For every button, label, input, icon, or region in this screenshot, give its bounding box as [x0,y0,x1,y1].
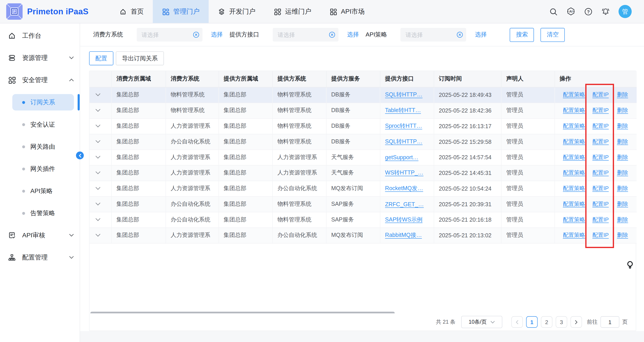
config-policy-link[interactable]: 配置策略 [563,185,586,192]
tab-home[interactable]: 首页 [110,0,153,23]
sidebar-item-security-management[interactable]: 安全管理 [0,69,80,91]
config-policy-link[interactable]: 配置策略 [563,122,586,130]
row-expand-cell[interactable] [90,134,111,150]
config-ip-link[interactable]: 配置IP [592,138,610,146]
delete-link[interactable]: 删除 [617,216,629,224]
config-ip-link[interactable]: 配置IP [592,91,610,99]
config-button[interactable]: 配置 [89,52,113,65]
tab-ops-portal[interactable]: 运维门户 [264,0,320,23]
config-ip-link[interactable]: 配置IP [592,169,610,176]
provider-interface-link[interactable]: getSupport… [385,154,418,160]
table-row[interactable]: 集团总部 物料管理系统 集团总部 物料管理系统 DB服务 SQL转HTTP… 2… [90,87,636,103]
row-expand-cell[interactable] [90,103,111,118]
row-expand-cell[interactable] [90,165,111,181]
table-row[interactable]: 集团总部 人力资源管理系 集团总部 办公自动化系统 MQ发布订阅 RocketM… [90,181,636,196]
table-row[interactable]: 集团总部 办公自动化系统 集团总部 物料管理系统 SAP服务 ZRFC_GET_… [90,196,636,212]
sidebar-item-gateway-route[interactable]: 网关路由 [0,136,80,158]
sidebar-item-security-auth[interactable]: 安全认证 [0,114,80,136]
sidebar-item-gateway-plugin[interactable]: 网关插件 [0,158,80,180]
row-expand-cell[interactable] [90,150,111,165]
config-policy-link[interactable]: 配置策略 [563,154,586,161]
page-size-select[interactable]: 10条/页 [461,316,502,328]
row-expand-cell[interactable] [90,228,111,243]
config-ip-link[interactable]: 配置IP [592,154,610,161]
sidebar-item-api-review[interactable]: API审核 [0,224,80,246]
config-policy-link[interactable]: 配置策略 [563,232,586,239]
config-policy-link[interactable]: 配置策略 [563,169,586,176]
row-expand-cell[interactable] [90,181,111,196]
delete-link[interactable]: 删除 [617,232,629,239]
export-subscriptions-button[interactable]: 导出订阅关系 [116,52,164,65]
provider-interface-link[interactable]: WS转HTTP_… [385,170,424,176]
sidebar-item-api-policy[interactable]: API策略 [0,180,80,202]
delete-link[interactable]: 删除 [617,91,629,99]
api-policy-select[interactable] [401,28,466,42]
page-button-2[interactable]: 2 [541,316,552,328]
provider-interface-link[interactable]: RocketMQ发… [385,185,423,192]
config-policy-link[interactable]: 配置策略 [563,216,586,224]
provider-interface-link[interactable]: Sproc转HTT… [385,123,422,129]
delete-link[interactable]: 删除 [617,169,629,176]
table-row[interactable]: 集团总部 物料管理系统 集团总部 物料管理系统 DB服务 Table转HTT… … [90,103,636,118]
table-row[interactable]: 集团总部 办公自动化系统 集团总部 物料管理系统 SAP服务 SAP转WS示例 … [90,212,636,228]
sidebar-item-resource-management[interactable]: 资源管理 [0,47,80,69]
clear-circle-icon[interactable] [457,32,463,38]
consumer-system-select[interactable] [137,28,202,42]
tab-dev-portal[interactable]: 开发门户 [209,0,264,23]
clear-button[interactable]: 清空 [541,28,565,42]
page-button-3[interactable]: 3 [556,316,567,328]
provider-interface-link[interactable]: SQL转HTTP… [385,92,422,98]
avatar[interactable]: 管 [618,5,632,18]
sidebar-item-config-management[interactable]: 配置管理 [0,246,80,269]
table-row[interactable]: 集团总部 办公自动化系统 集团总部 物料管理系统 DB服务 SQL转HTTP… … [90,134,636,150]
clear-circle-icon[interactable] [329,32,335,38]
config-ip-link[interactable]: 配置IP [592,122,610,130]
provider-interface-link[interactable]: ZRFC_GET_… [385,201,424,207]
delete-link[interactable]: 删除 [617,122,629,130]
table-row[interactable]: 集团总部 人力资源管理系 集团总部 办公自动化系统 MQ发布订阅 RabbitM… [90,228,636,243]
delete-link[interactable]: 删除 [617,185,629,192]
provider-interface-link[interactable]: RabbitMQ接… [385,232,422,238]
page-button-1[interactable]: 1 [526,316,538,328]
api-policy-choose-link[interactable]: 选择 [475,31,487,39]
sidebar-item-alert-policy[interactable]: 告警策略 [0,202,80,224]
help-icon[interactable]: ? [584,7,593,16]
provider-interface-link[interactable]: SQL转HTTP… [385,138,422,145]
sidebar-item-subscription-relations[interactable]: 订阅关系 [0,91,80,114]
config-ip-link[interactable]: 配置IP [592,200,610,208]
delete-link[interactable]: 删除 [617,154,629,161]
provider-interface-link[interactable]: SAP转WS示例 [385,216,422,223]
delete-link[interactable]: 删除 [617,138,629,146]
bell-icon[interactable] [601,7,610,16]
config-policy-link[interactable]: 配置策略 [563,200,586,208]
config-policy-link[interactable]: 配置策略 [563,138,586,146]
delete-link[interactable]: 删除 [617,107,629,114]
prev-page-button[interactable] [511,316,523,328]
config-policy-link[interactable]: 配置策略 [563,91,586,99]
consumer-system-choose-link[interactable]: 选择 [211,31,223,39]
provider-interface-link[interactable]: Table转HTT… [385,107,421,114]
row-expand-cell[interactable] [90,87,111,103]
search-icon[interactable] [549,7,558,16]
config-ip-link[interactable]: 配置IP [592,185,610,192]
config-ip-link[interactable]: 配置IP [592,232,610,239]
sidebar-collapse-button[interactable] [76,152,84,160]
sidebar-item-workbench[interactable]: 工作台 [0,24,80,47]
table-row[interactable]: 集团总部 人力资源管理系 集团总部 人力资源管理系 天气服务 WS转HTTP_…… [90,165,636,181]
tab-api-market[interactable]: API市场 [320,0,374,23]
config-ip-link[interactable]: 配置IP [592,107,610,114]
row-expand-cell[interactable] [90,212,111,228]
tab-admin-portal[interactable]: 管理门户 [153,0,209,23]
config-policy-link[interactable]: 配置策略 [563,107,586,114]
lightbulb-icon[interactable] [626,260,634,270]
jump-page-input[interactable] [600,316,619,328]
row-expand-cell[interactable] [90,118,111,134]
next-page-button[interactable] [570,316,582,328]
table-row[interactable]: 集团总部 人力资源管理系 集团总部 人力资源管理系 天气服务 getSuppor… [90,150,636,165]
table-row[interactable]: 集团总部 人力资源管理系 集团总部 物料管理系统 DB服务 Sproc转HTT…… [90,118,636,134]
provider-interface-input[interactable] [273,28,338,42]
api-policy-input[interactable] [401,28,466,42]
search-button[interactable]: 搜索 [510,28,534,42]
consumer-system-input[interactable] [137,28,202,42]
config-ip-link[interactable]: 配置IP [592,216,610,224]
